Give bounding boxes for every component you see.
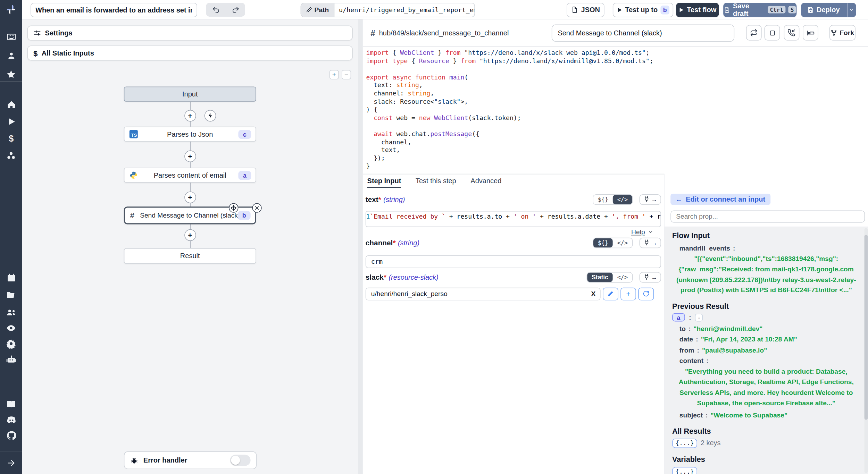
audit-eye-icon[interactable] bbox=[0, 321, 22, 335]
save-draft-button[interactable]: Save draft Ctrl S bbox=[723, 2, 796, 17]
json-button[interactable]: JSON bbox=[567, 2, 604, 17]
user-icon[interactable] bbox=[0, 49, 22, 62]
expand-sidebar-arrow-icon[interactable] bbox=[0, 456, 22, 469]
result-row-content[interactable]: content: bbox=[679, 357, 860, 365]
graph-zoom-out-button[interactable]: − bbox=[342, 70, 351, 79]
slack-mode-code-button[interactable]: </> bbox=[613, 272, 632, 282]
flow-title-input[interactable] bbox=[31, 2, 197, 17]
search-prop-input[interactable] bbox=[670, 210, 865, 222]
add-resource-button[interactable]: + bbox=[620, 287, 636, 300]
edit-resource-button[interactable] bbox=[603, 287, 618, 300]
home-icon[interactable] bbox=[0, 98, 22, 111]
result-row-date[interactable]: date:"Fri, Apr 14, 2023 at 10:28 AM" bbox=[679, 336, 860, 343]
branch-a-pill[interactable]: a bbox=[672, 313, 685, 322]
code-editor[interactable]: import { WebClient } from "https://deno.… bbox=[363, 46, 868, 173]
edit-or-connect-label: Edit or connect an input bbox=[686, 195, 765, 203]
runs-play-icon[interactable] bbox=[0, 115, 22, 128]
flow-input-key-row[interactable]: mandrill_events: bbox=[679, 244, 860, 252]
context-scrollbar[interactable] bbox=[864, 228, 868, 473]
delete-step-button[interactable] bbox=[252, 203, 261, 212]
result-row-subject[interactable]: subject:"Welcome to Supabase" bbox=[679, 411, 860, 419]
trigger-bolt-button[interactable] bbox=[204, 110, 216, 121]
context-json-viewer: Flow Input mandrill_events: "[{"event":"… bbox=[665, 227, 868, 474]
bolt-icon bbox=[207, 112, 213, 119]
add-step-button-1[interactable]: + bbox=[184, 110, 196, 121]
github-icon[interactable] bbox=[0, 429, 22, 442]
path-button[interactable]: Path bbox=[301, 3, 334, 16]
redo-button[interactable] bbox=[226, 3, 245, 17]
deploy-button[interactable]: Deploy bbox=[801, 2, 856, 17]
panel-splitter[interactable] bbox=[358, 19, 363, 474]
slack-mode-static-button[interactable]: Static bbox=[587, 272, 613, 282]
suspend-button[interactable] bbox=[784, 25, 800, 41]
clear-resource-button[interactable]: X bbox=[591, 290, 595, 297]
flow-node-parses-to-json[interactable]: TS Parses to Json c bbox=[124, 127, 256, 142]
all-static-inputs-button[interactable]: $ All Static Inputs bbox=[27, 45, 353, 60]
channel-value-input[interactable] bbox=[366, 255, 661, 268]
result-row-to[interactable]: to:"henri@windmill.dev" bbox=[679, 325, 860, 332]
sleep-button[interactable] bbox=[803, 25, 818, 41]
step-input-panel: Step Input Test this step Advanced text*… bbox=[363, 173, 664, 474]
text-connect-input-button[interactable]: → bbox=[640, 194, 661, 204]
add-step-button-4[interactable]: + bbox=[184, 229, 196, 241]
all-results-object-pill[interactable]: {...} bbox=[672, 439, 697, 448]
folders-icon[interactable] bbox=[0, 288, 22, 301]
add-step-button-2[interactable]: + bbox=[184, 150, 196, 162]
close-icon bbox=[254, 205, 259, 210]
path-value[interactable]: u/henri/triggered_by_email_report_email bbox=[334, 3, 475, 16]
variables-row: {...} bbox=[672, 467, 860, 474]
early-stop-button[interactable] bbox=[765, 25, 780, 41]
apps-icon[interactable] bbox=[0, 30, 22, 43]
groups-users-icon[interactable] bbox=[0, 305, 22, 319]
field-label-slack: slack*(resource-slack) bbox=[366, 273, 439, 281]
variables-dollar-icon[interactable]: $ bbox=[0, 132, 22, 145]
tab-test-this-step[interactable]: Test this step bbox=[416, 174, 456, 188]
flow-node-input[interactable]: Input bbox=[124, 87, 256, 102]
text-input-mode-toggle: ${} </> bbox=[593, 194, 633, 204]
tab-step-input[interactable]: Step Input bbox=[367, 174, 401, 188]
flow-node-result[interactable]: Result bbox=[124, 248, 256, 264]
error-handler-toggle[interactable] bbox=[230, 455, 250, 466]
text-expression-editor[interactable]: 1 `Email received by ` + results.a.to + … bbox=[366, 211, 661, 227]
schedules-calendar-icon[interactable] bbox=[0, 271, 22, 284]
channel-connect-input-button[interactable]: → bbox=[640, 237, 661, 248]
undo-button[interactable] bbox=[206, 3, 226, 17]
windmill-logo[interactable] bbox=[0, 3, 22, 16]
step-name-input[interactable] bbox=[552, 24, 734, 42]
test-flow-button[interactable]: Test flow bbox=[676, 2, 719, 17]
flow-input-value[interactable]: "[{"event":"inbound","ts":1683819426,"ms… bbox=[673, 254, 859, 295]
test-up-to-button[interactable]: Test up to b bbox=[613, 2, 673, 17]
retries-button[interactable] bbox=[746, 25, 762, 41]
collapse-button[interactable]: - bbox=[695, 314, 703, 321]
graph-zoom-in-button[interactable]: + bbox=[329, 70, 339, 79]
refresh-resource-button[interactable] bbox=[638, 287, 654, 300]
settings-gear-icon[interactable] bbox=[0, 337, 22, 350]
slack-hash-icon: # bbox=[130, 211, 134, 220]
deploy-dropdown-button[interactable] bbox=[847, 3, 856, 16]
hub-script-path[interactable]: hub/849/slack/send_message_to_channel bbox=[379, 29, 509, 37]
help-link[interactable]: Help bbox=[631, 228, 645, 236]
move-step-button[interactable] bbox=[228, 203, 238, 212]
flow-node-parses-content-of-email[interactable]: Parses content of email a bbox=[124, 168, 256, 183]
resources-icon[interactable] bbox=[0, 149, 22, 162]
discord-icon[interactable] bbox=[0, 413, 22, 426]
text-mode-template-button[interactable]: ${} bbox=[593, 195, 613, 204]
add-step-button-3[interactable]: + bbox=[184, 191, 196, 203]
docs-book-icon[interactable] bbox=[0, 398, 22, 411]
workers-robot-icon[interactable] bbox=[0, 353, 22, 366]
tab-advanced[interactable]: Advanced bbox=[470, 174, 501, 188]
variables-object-pill[interactable]: {...} bbox=[672, 467, 697, 474]
star-icon[interactable] bbox=[0, 68, 22, 81]
flow-settings-button[interactable]: Settings bbox=[27, 26, 353, 41]
channel-mode-template-button[interactable]: ${} bbox=[593, 238, 613, 247]
slack-connect-input-button[interactable]: → bbox=[640, 272, 661, 282]
slack-resource-input[interactable]: u/henri/henri_slack_perso X bbox=[366, 287, 601, 300]
result-row-from[interactable]: from:"paul@supabase.io" bbox=[679, 346, 860, 354]
path-group: Path u/henri/triggered_by_email_report_e… bbox=[301, 2, 475, 17]
text-mode-code-button[interactable]: </> bbox=[613, 195, 632, 204]
fork-button[interactable]: Fork bbox=[829, 25, 856, 41]
error-handler-card[interactable]: Error handler bbox=[124, 451, 257, 469]
content-value[interactable]: "Everything you need to build a product:… bbox=[673, 366, 859, 408]
edit-or-connect-input-button[interactable]: ← Edit or connect an input bbox=[670, 194, 770, 205]
channel-mode-code-button[interactable]: </> bbox=[613, 238, 632, 247]
